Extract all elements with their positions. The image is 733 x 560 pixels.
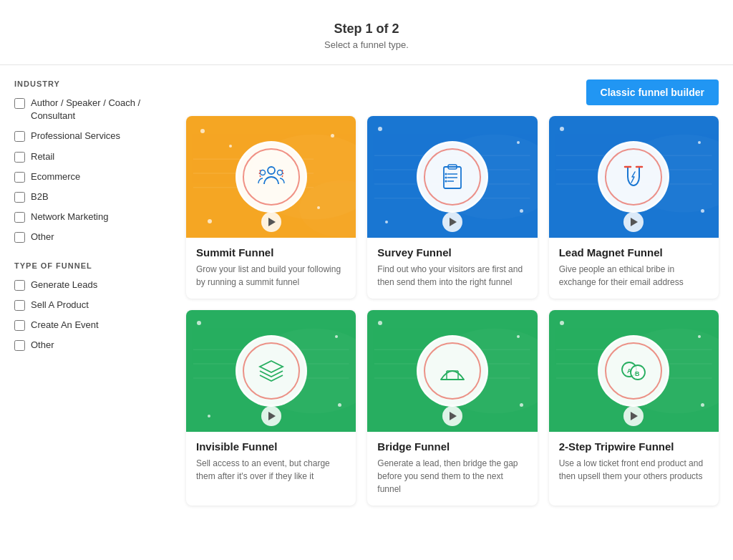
funnel-generate-leads-checkbox[interactable] [14, 280, 25, 291]
invisible-card-desc: Sell access to an event, but charge them… [196, 457, 346, 483]
industry-other-label: Other [31, 231, 54, 243]
lead-magnet-card-desc: Give people an ethical bribe in exchange… [559, 263, 709, 289]
funnel-sell-product[interactable]: Sell A Product [14, 299, 172, 312]
industry-retail[interactable]: Retail [14, 150, 172, 163]
funnel-grid-area: Classic funnel builder [186, 79, 719, 506]
classic-btn-row: Classic funnel builder [186, 79, 719, 105]
summit-card-title: Summit Funnel [196, 246, 346, 259]
funnel-create-event-checkbox[interactable] [14, 320, 25, 331]
tripwire-card-title: 2-Step Tripwire Funnel [559, 440, 709, 453]
industry-ecommerce-checkbox[interactable] [14, 172, 25, 183]
survey-card-body: Survey Funnel Find out who your visitors… [367, 238, 537, 299]
bridge-card-body: Bridge Funnel Generate a lead, then brid… [367, 432, 537, 506]
summit-card-desc: Grow your list and build your following … [196, 263, 346, 289]
classic-funnel-builder-button[interactable]: Classic funnel builder [586, 79, 719, 105]
bridge-card-desc: Generate a lead, then bridge the gap bef… [377, 457, 527, 496]
industry-author[interactable]: Author / Speaker / Coach / Consultant [14, 97, 172, 122]
svg-point-5 [268, 167, 275, 174]
invisible-card-body: Invisible Funnel Sell access to an event… [186, 432, 356, 493]
bridge-play-button[interactable] [442, 406, 462, 426]
funnel-card-image-tripwire: B A [549, 310, 719, 432]
lead-magnet-icon-circle [598, 141, 669, 213]
industry-section-title: INDUSTRY [14, 79, 172, 88]
funnel-sell-product-checkbox[interactable] [14, 300, 25, 311]
svg-text:A: A [627, 367, 632, 375]
industry-ecommerce-label: Ecommerce [31, 170, 80, 183]
bridge-icon-circle [417, 335, 488, 407]
tripwire-card-desc: Use a low ticket front end product and t… [559, 457, 709, 483]
industry-b2b-label: B2B [31, 190, 49, 203]
summit-card-body: Summit Funnel Grow your list and build y… [186, 238, 356, 299]
funnel-create-event[interactable]: Create An Event [14, 319, 172, 332]
invisible-icon-circle [236, 335, 307, 407]
svg-text:B: B [635, 370, 640, 377]
industry-ecommerce[interactable]: Ecommerce [14, 170, 172, 183]
step-subtitle: Select a funnel type. [0, 39, 733, 50]
funnel-grid: Summit Funnel Grow your list and build y… [186, 116, 719, 506]
funnel-card-summit[interactable]: Summit Funnel Grow your list and build y… [186, 116, 356, 299]
svg-point-20 [445, 180, 447, 183]
invisible-card-title: Invisible Funnel [196, 440, 346, 453]
svg-point-6 [260, 170, 265, 175]
funnel-generate-leads[interactable]: Generate Leads [14, 279, 172, 291]
industry-author-label: Author / Speaker / Coach / Consultant [31, 97, 172, 122]
tripwire-icon-circle: B A [598, 335, 669, 407]
industry-other[interactable]: Other [14, 231, 172, 243]
svg-point-18 [445, 173, 447, 175]
survey-icon-circle [417, 141, 488, 213]
funnel-card-image-summit [186, 116, 356, 238]
lead-magnet-card-body: Lead Magnet Funnel Give people an ethica… [549, 238, 719, 299]
industry-author-checkbox[interactable] [14, 98, 25, 109]
funnel-other-checkbox[interactable] [14, 340, 25, 351]
funnel-card-lead-magnet[interactable]: Lead Magnet Funnel Give people an ethica… [549, 116, 719, 299]
industry-network-checkbox[interactable] [14, 212, 25, 223]
funnel-card-invisible[interactable]: Invisible Funnel Sell access to an event… [186, 310, 356, 506]
funnel-card-tripwire[interactable]: B A 2-Step Tripwire Funnel Use a low tic… [549, 310, 719, 506]
svg-point-19 [445, 177, 447, 179]
funnel-generate-leads-label: Generate Leads [31, 279, 97, 291]
funnel-type-section-title: TYPE OF FUNNEL [14, 261, 172, 270]
sidebar: INDUSTRY Author / Speaker / Coach / Cons… [14, 79, 172, 506]
bridge-card-title: Bridge Funnel [377, 440, 527, 453]
funnel-card-survey[interactable]: Survey Funnel Find out who your visitors… [367, 116, 537, 299]
industry-professional-checkbox[interactable] [14, 131, 25, 142]
summit-icon-circle [236, 141, 307, 213]
industry-b2b-checkbox[interactable] [14, 192, 25, 203]
funnel-create-event-label: Create An Event [31, 319, 99, 332]
survey-card-desc: Find out who your visitors are first and… [377, 263, 527, 289]
lead-magnet-play-button[interactable] [623, 212, 644, 232]
svg-marker-29 [260, 361, 283, 372]
page-header: Step 1 of 2 Select a funnel type. [0, 14, 733, 65]
industry-retail-checkbox[interactable] [14, 152, 25, 163]
funnel-card-image-bridge [367, 310, 537, 432]
svg-point-7 [277, 170, 282, 175]
industry-professional[interactable]: Professional Services [14, 130, 172, 143]
funnel-other[interactable]: Other [14, 339, 172, 352]
summit-play-button[interactable] [261, 212, 281, 232]
survey-card-title: Survey Funnel [377, 246, 527, 259]
funnel-card-image-survey [367, 116, 537, 238]
funnel-card-image-invisible [186, 310, 356, 432]
type-of-funnel-section: TYPE OF FUNNEL Generate Leads Sell A Pro… [14, 261, 172, 352]
industry-retail-label: Retail [31, 150, 54, 163]
survey-play-button[interactable] [442, 212, 462, 232]
step-label: Step 1 of 2 [0, 21, 733, 37]
industry-network[interactable]: Network Marketing [14, 211, 172, 223]
tripwire-play-button[interactable] [623, 406, 644, 426]
tripwire-card-body: 2-Step Tripwire Funnel Use a low ticket … [549, 432, 719, 493]
funnel-card-bridge[interactable]: Bridge Funnel Generate a lead, then brid… [367, 310, 537, 506]
industry-other-checkbox[interactable] [14, 232, 25, 243]
industry-professional-label: Professional Services [31, 130, 120, 143]
lead-magnet-card-title: Lead Magnet Funnel [559, 246, 709, 259]
funnel-card-image-lead-magnet [549, 116, 719, 238]
funnel-other-label: Other [31, 339, 54, 352]
invisible-play-button[interactable] [261, 406, 281, 426]
industry-b2b[interactable]: B2B [14, 190, 172, 203]
industry-network-label: Network Marketing [31, 211, 108, 223]
funnel-sell-product-label: Sell A Product [31, 299, 89, 312]
